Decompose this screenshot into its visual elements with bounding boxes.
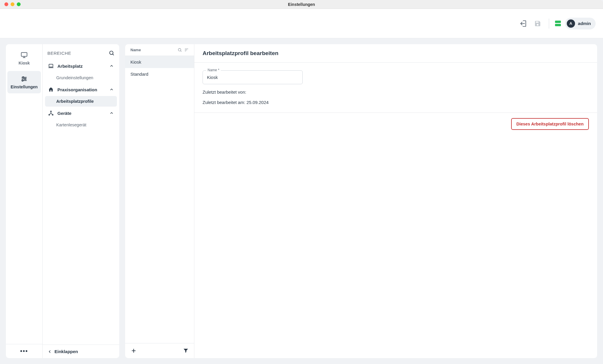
last-edited-by: Zuletzt bearbeitet von: xyxy=(203,90,589,95)
filter-button[interactable] xyxy=(183,348,189,354)
user-menu-button[interactable]: A admin xyxy=(565,18,596,29)
list-column-header: Name xyxy=(130,48,141,52)
nav-rail-item-kiosk[interactable]: Kiosk xyxy=(7,47,41,70)
more-button[interactable]: ••• xyxy=(20,348,28,354)
tree-sub-arbeitsplatzprofile[interactable]: Arbeitsplatzprofile xyxy=(45,96,117,107)
connection-status-button[interactable] xyxy=(555,21,561,26)
list-header: Name xyxy=(125,44,194,56)
svg-point-9 xyxy=(110,51,113,54)
list-item[interactable]: Kiosk xyxy=(125,56,194,68)
detail-column: Arbeitsplatzprofil bearbeiten Name * Zul… xyxy=(194,44,597,358)
svg-point-15 xyxy=(178,49,181,51)
nav-rail-label: Kiosk xyxy=(19,61,30,65)
content-card: Name Kiosk xyxy=(125,44,597,358)
tree-section-label: Praxisorganisation xyxy=(57,87,97,92)
left-card: Kiosk Einstellungen ••• xyxy=(6,44,119,358)
svg-point-4 xyxy=(23,77,24,78)
main-area: Kiosk Einstellungen ••• xyxy=(0,38,603,364)
list-footer xyxy=(125,343,194,358)
nav-rail-label: Einstellungen xyxy=(11,85,38,89)
tree-section-label: Geräte xyxy=(57,111,72,116)
laptop-icon xyxy=(48,63,54,69)
search-icon[interactable] xyxy=(178,48,182,52)
name-field-label: Name * xyxy=(206,68,221,72)
svg-rect-11 xyxy=(49,64,53,67)
tree-section-geraete[interactable]: Geräte xyxy=(45,107,117,120)
nav-tree-header: BEREICHE xyxy=(43,44,119,59)
nav-rail-footer: ••• xyxy=(6,344,42,358)
tree-sub-label: Grundeinstellungen xyxy=(56,75,93,80)
user-name-label: admin xyxy=(578,21,591,26)
header-icon-group: A admin xyxy=(518,18,596,29)
detail-header: Arbeitsplatzprofil bearbeiten xyxy=(194,44,597,63)
chevron-left-icon xyxy=(47,349,52,354)
top-header: A admin xyxy=(0,9,603,38)
collapse-sidebar-button[interactable]: Einklappen xyxy=(43,345,119,358)
list-header-actions xyxy=(178,48,189,52)
logout-button[interactable] xyxy=(518,18,528,29)
search-icon[interactable] xyxy=(109,50,115,56)
mac-titlebar: Einstellungen xyxy=(0,0,603,9)
nav-rail-item-settings[interactable]: Einstellungen xyxy=(7,71,41,93)
svg-line-16 xyxy=(180,51,181,52)
home-heart-icon xyxy=(48,87,54,92)
list-body: Kiosk Standard xyxy=(125,56,194,343)
list-item[interactable]: Standard xyxy=(125,68,194,80)
chevron-up-icon xyxy=(109,111,114,115)
avatar-initial: A xyxy=(569,21,572,26)
detail-footer: Dieses Arbeitsplatzprofil löschen xyxy=(194,113,597,135)
fullscreen-window-button[interactable] xyxy=(17,2,21,6)
header-separator xyxy=(549,19,549,29)
svg-rect-0 xyxy=(21,52,27,56)
status-bar-bottom xyxy=(555,24,561,26)
window-title: Einstellungen xyxy=(288,2,315,7)
chevron-up-icon xyxy=(109,64,114,68)
tree-sub-kartenlesegeraet[interactable]: Kartenlesegerät xyxy=(45,120,117,130)
nav-tree-title: BEREICHE xyxy=(47,51,71,56)
svg-point-14 xyxy=(52,114,53,115)
list-item-label: Kiosk xyxy=(130,59,141,64)
collapse-label: Einklappen xyxy=(54,349,78,354)
app-body: A admin Kiosk xyxy=(0,9,603,364)
chevron-up-icon xyxy=(109,87,114,92)
svg-line-10 xyxy=(112,54,114,55)
last-edited-at: Zuletzt bearbeitet am: 25.09.2024 xyxy=(203,100,589,105)
hub-icon xyxy=(48,110,54,116)
app-window: Einstellungen xyxy=(0,0,603,364)
svg-point-13 xyxy=(49,114,50,115)
minimize-window-button[interactable] xyxy=(11,2,14,6)
add-button[interactable] xyxy=(130,348,137,354)
avatar: A xyxy=(567,19,575,28)
detail-body: Name * Zuletzt bearbeitet von: Zuletzt b… xyxy=(194,63,597,113)
status-bar-top xyxy=(555,21,561,23)
nav-rail-items: Kiosk Einstellungen xyxy=(6,44,42,344)
delete-profile-button[interactable]: Dieses Arbeitsplatzprofil löschen xyxy=(511,118,589,130)
save-profile-button[interactable] xyxy=(532,18,543,29)
nav-rail: Kiosk Einstellungen ••• xyxy=(6,44,43,358)
last-edited-at-label: Zuletzt bearbeitet am: xyxy=(203,100,245,105)
svg-point-8 xyxy=(22,80,23,81)
detail-heading: Arbeitsplatzprofil bearbeiten xyxy=(203,50,589,57)
tree-section-praxisorganisation[interactable]: Praxisorganisation xyxy=(45,83,117,96)
tree-section-label: Arbeitsplatz xyxy=(57,64,83,69)
last-edited-at-value: 25.09.2024 xyxy=(246,100,269,105)
last-edited-by-label: Zuletzt bearbeitet von: xyxy=(203,90,246,95)
svg-point-6 xyxy=(24,78,26,80)
tree-sub-label: Kartenlesegerät xyxy=(56,123,86,127)
tree-sub-grundeinstellungen[interactable]: Grundeinstellungen xyxy=(45,72,117,83)
list-column: Name Kiosk xyxy=(125,44,194,358)
monitor-icon xyxy=(20,51,28,59)
delete-button-label: Dieses Arbeitsplatzprofil löschen xyxy=(516,122,584,126)
nav-tree-body: Arbeitsplatz Grundeinstellungen xyxy=(43,59,119,345)
exit-icon xyxy=(519,20,527,27)
sort-icon[interactable] xyxy=(184,48,189,52)
svg-point-12 xyxy=(50,111,51,112)
name-input[interactable] xyxy=(203,70,303,84)
nav-tree: BEREICHE Arbeitsplatz xyxy=(43,44,119,358)
name-field-wrap: Name * xyxy=(203,70,303,84)
close-window-button[interactable] xyxy=(4,2,8,6)
tree-section-arbeitsplatz[interactable]: Arbeitsplatz xyxy=(45,59,117,72)
save-icon xyxy=(534,20,541,27)
tree-sub-label: Arbeitsplatzprofile xyxy=(56,99,94,104)
traffic-lights xyxy=(4,2,21,6)
